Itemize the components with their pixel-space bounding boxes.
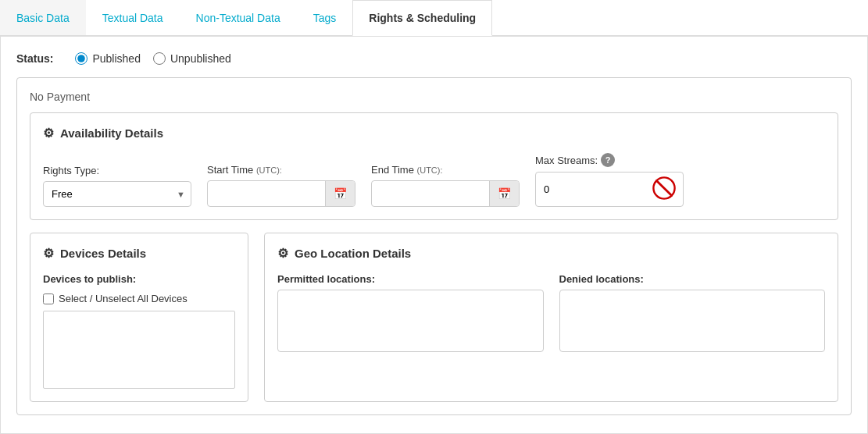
availability-title: ⚙ Availability Details: [43, 126, 825, 141]
tab-basic-data[interactable]: Basic Data: [0, 0, 86, 35]
unpublished-radio[interactable]: [153, 52, 166, 65]
permitted-locations-field: Permitted locations:: [277, 273, 544, 352]
no-payment-section: No Payment ⚙ Availability Details Rights…: [16, 77, 852, 415]
unpublished-option[interactable]: Unpublished: [153, 52, 231, 65]
max-streams-no-button[interactable]: [645, 173, 683, 206]
availability-details: ⚙ Availability Details Rights Type: Free…: [30, 112, 838, 220]
max-streams-input-wrapper: [535, 172, 684, 207]
devices-gear-icon: ⚙: [43, 246, 54, 261]
unpublished-label: Unpublished: [170, 52, 231, 65]
max-streams-field: Max Streams: ?: [535, 153, 684, 207]
start-time-input[interactable]: [208, 182, 325, 206]
max-streams-label-row: Max Streams: ?: [535, 153, 684, 167]
max-streams-label: Max Streams:: [535, 155, 598, 166]
content-area: Status: Published Unpublished No Payment…: [0, 36, 868, 434]
rights-type-label: Rights Type:: [43, 165, 191, 176]
devices-to-publish-label: Devices to publish:: [43, 273, 235, 285]
devices-list-box[interactable]: [43, 311, 235, 389]
geo-fields-row: Permitted locations: Denied locations:: [277, 273, 825, 352]
max-streams-help-icon[interactable]: ?: [601, 153, 615, 167]
lower-sections: ⚙ Devices Details Devices to publish: Se…: [30, 233, 838, 402]
published-label: Published: [92, 52, 141, 65]
rights-type-field: Rights Type: Free SVOD TVOD AVOD ▼: [43, 165, 191, 207]
tab-rights-scheduling[interactable]: Rights & Scheduling: [352, 0, 492, 36]
start-time-calendar-button[interactable]: 📅: [325, 181, 355, 206]
tab-non-textual-data[interactable]: Non-Textual Data: [180, 0, 297, 35]
denied-locations-field: Denied locations:: [559, 273, 826, 352]
geo-title: ⚙ Geo Location Details: [277, 246, 825, 261]
end-time-field: End Time (UTC): 📅: [371, 164, 520, 207]
select-all-row: Select / Unselect All Devices: [43, 293, 235, 304]
denied-locations-label: Denied locations:: [559, 273, 826, 285]
start-time-label: Start Time (UTC):: [207, 164, 355, 176]
devices-details: ⚙ Devices Details Devices to publish: Se…: [30, 233, 248, 402]
rights-type-select-wrapper: Free SVOD TVOD AVOD ▼: [43, 181, 191, 207]
permitted-locations-textarea[interactable]: [277, 290, 544, 352]
end-time-calendar-button[interactable]: 📅: [489, 181, 519, 206]
tab-textual-data[interactable]: Textual Data: [86, 0, 180, 35]
tab-tags[interactable]: Tags: [297, 0, 353, 35]
no-payment-title: No Payment: [30, 91, 838, 103]
gear-icon: ⚙: [43, 126, 54, 141]
select-all-checkbox[interactable]: [43, 293, 54, 304]
start-time-input-wrapper: 📅: [207, 180, 355, 207]
rights-type-select[interactable]: Free SVOD TVOD AVOD: [43, 181, 191, 207]
tab-bar: Basic Data Textual Data Non-Textual Data…: [0, 0, 868, 36]
devices-title: ⚙ Devices Details: [43, 246, 235, 261]
published-radio[interactable]: [75, 52, 88, 65]
end-time-input-wrapper: 📅: [371, 180, 520, 207]
status-label: Status:: [16, 52, 53, 65]
start-time-field: Start Time (UTC): 📅: [207, 164, 355, 207]
published-option[interactable]: Published: [75, 52, 141, 65]
permitted-locations-label: Permitted locations:: [277, 273, 544, 285]
denied-locations-textarea[interactable]: [559, 290, 826, 352]
no-icon: [652, 176, 677, 201]
end-time-label: End Time (UTC):: [371, 164, 520, 176]
geo-details: ⚙ Geo Location Details Permitted locatio…: [264, 233, 838, 402]
end-time-input[interactable]: [372, 182, 489, 206]
availability-fields-row: Rights Type: Free SVOD TVOD AVOD ▼: [43, 153, 825, 207]
status-radio-group: Published Unpublished: [75, 52, 230, 65]
max-streams-input[interactable]: [536, 177, 645, 201]
geo-gear-icon: ⚙: [277, 246, 288, 261]
status-row: Status: Published Unpublished: [16, 52, 852, 65]
select-all-label[interactable]: Select / Unselect All Devices: [59, 293, 188, 304]
